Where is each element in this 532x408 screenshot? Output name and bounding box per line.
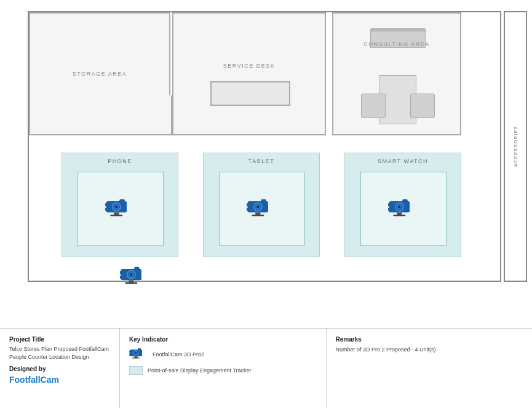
- remarks-panel: Remarks Number of 3D Pro 2 Proposed - 4 …: [327, 329, 533, 408]
- key-camera-label: FootfallCam 3D Pro2: [153, 351, 204, 358]
- key-indicator-panel: Key Indicator FootfallCam 3: [120, 329, 327, 408]
- svg-rect-40: [138, 348, 141, 351]
- storage-notch: [141, 95, 172, 135]
- svg-rect-33: [120, 276, 122, 279]
- svg-rect-15: [247, 208, 248, 211]
- svg-rect-44: [132, 358, 140, 359]
- phone-display-box: [77, 172, 164, 246]
- svg-rect-17: [252, 215, 264, 217]
- remarks-title: Remarks: [336, 336, 523, 343]
- phone-zone: PHONE: [62, 153, 178, 257]
- accessories-label: ACCESSORIES: [514, 126, 518, 167]
- entrance-camera: [120, 266, 151, 287]
- project-title-label: Project Title: [9, 336, 110, 343]
- svg-rect-6: [105, 208, 107, 211]
- project-title-value: Telco Stores Plan Proposed FootfallCam P…: [9, 345, 110, 361]
- svg-rect-42: [129, 354, 130, 356]
- key-display-color-box: [129, 366, 143, 375]
- service-desk-label: SERVICE DESK: [173, 63, 325, 69]
- smartwatch-display-box: [360, 172, 447, 246]
- svg-rect-41: [129, 351, 130, 353]
- consulting-chair-right: [410, 94, 435, 118]
- consulting-chair-left: [361, 94, 386, 118]
- service-desk-counter: [210, 81, 290, 106]
- svg-point-21: [398, 206, 400, 208]
- svg-point-12: [256, 206, 259, 208]
- smartwatch-camera-icon: [388, 198, 419, 219]
- floorplan-area: ACCESSORIES STORAGE AREA SERVICE DESK CO…: [0, 0, 532, 328]
- consulting-label: CONSULTING AREA: [333, 41, 460, 47]
- svg-rect-23: [388, 203, 390, 206]
- designed-by-label: Designed by: [9, 366, 110, 372]
- service-desk-area: SERVICE DESK: [172, 12, 326, 135]
- smartwatch-zone-label: SMART WATCH: [345, 158, 461, 164]
- storage-label: STORAGE AREA: [73, 71, 127, 77]
- main-container: ACCESSORIES STORAGE AREA SERVICE DESK CO…: [0, 0, 532, 408]
- svg-rect-5: [105, 203, 107, 206]
- phone-camera-icon: [105, 198, 136, 219]
- tablet-zone-label: TABLET: [204, 158, 319, 164]
- tablet-display-box: [219, 172, 305, 246]
- svg-rect-8: [110, 215, 122, 217]
- svg-rect-24: [388, 208, 390, 211]
- key-item-display: Point-of-sale Display Engagement Tracker: [129, 366, 317, 375]
- svg-rect-26: [393, 215, 405, 217]
- svg-point-39: [135, 352, 137, 354]
- key-item-camera: FootfallCam 3D Pro2: [129, 348, 317, 361]
- consulting-area: CONSULTING AREA: [332, 12, 461, 135]
- key-display-label: Point-of-sale Display Engagement Tracker: [148, 367, 252, 374]
- svg-rect-22: [402, 199, 407, 203]
- footfallcam-logo: FootfallCam: [9, 375, 110, 385]
- svg-rect-31: [134, 267, 139, 271]
- svg-rect-14: [247, 203, 248, 206]
- smartwatch-zone: SMART WATCH: [344, 153, 461, 257]
- project-info: Project Title Telco Stores Plan Proposed…: [0, 329, 120, 408]
- tablet-camera-icon: [247, 198, 277, 219]
- svg-rect-13: [261, 199, 266, 203]
- tablet-zone: TABLET: [203, 153, 320, 257]
- key-camera-icon: [129, 348, 148, 361]
- accessories-column: ACCESSORIES: [504, 11, 527, 282]
- svg-rect-35: [125, 282, 137, 284]
- svg-rect-4: [119, 199, 124, 203]
- key-indicator-title: Key Indicator: [129, 336, 317, 343]
- phone-zone-label: PHONE: [62, 158, 178, 164]
- svg-rect-32: [120, 271, 122, 274]
- svg-point-3: [115, 206, 117, 208]
- svg-point-30: [130, 273, 132, 276]
- remarks-value: Number of 3D Pro 2 Proposed - 4 Unit(s): [336, 346, 523, 353]
- info-panel: Project Title Telco Stores Plan Proposed…: [0, 328, 532, 408]
